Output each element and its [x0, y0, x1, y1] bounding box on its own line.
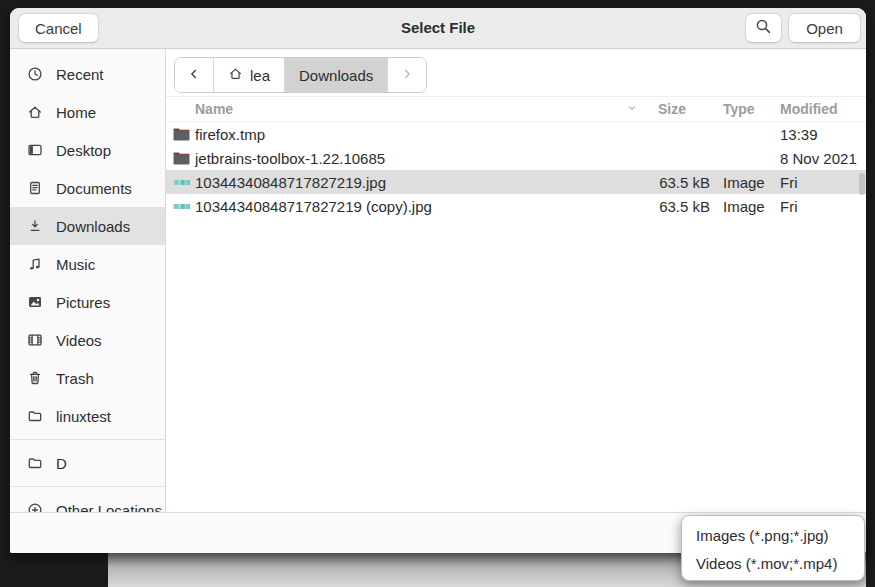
trash-icon	[27, 370, 43, 386]
desktop-icon	[27, 142, 43, 158]
pictures-icon	[27, 294, 43, 310]
sort-indicator-icon	[626, 101, 638, 117]
filter-option-images[interactable]: Images (*.png;*.jpg)	[682, 521, 864, 549]
home-icon	[27, 104, 43, 120]
sidebar-item-pictures[interactable]: Pictures	[10, 283, 165, 321]
other-locations-icon	[27, 502, 43, 512]
recent-icon	[27, 66, 43, 82]
pathbar-row: lea Downloads	[166, 49, 866, 97]
open-button[interactable]: Open	[788, 13, 861, 43]
file-name: 10344340848717827219.jpg	[195, 174, 646, 191]
breadcrumb-current[interactable]: Downloads	[285, 58, 388, 92]
sidebar-item-label: Downloads	[56, 218, 130, 235]
scrollbar-thumb[interactable]	[859, 173, 865, 195]
sidebar-item-linuxtest[interactable]: linuxtest	[10, 397, 165, 435]
file-name: firefox.tmp	[195, 126, 646, 143]
sidebar-item-downloads[interactable]: Downloads	[10, 207, 165, 245]
image-file-icon	[173, 204, 195, 209]
sidebar-item-label: Documents	[56, 180, 132, 197]
column-label: Name	[195, 101, 233, 117]
chevron-left-icon	[187, 67, 201, 84]
dialog-title: Select File	[130, 8, 746, 49]
sidebar-item-label: Pictures	[56, 294, 110, 311]
dialog-content: Recent Home Desktop Documents Downloads	[10, 49, 866, 512]
sidebar-item-other-locations[interactable]: Other Locations	[10, 491, 165, 512]
path-back-button[interactable]	[175, 58, 214, 92]
column-header-size[interactable]: Size	[646, 101, 710, 117]
sidebar-item-label: Trash	[56, 370, 94, 387]
home-icon	[228, 66, 243, 84]
sidebar-item-music[interactable]: Music	[10, 245, 165, 283]
folder-icon	[27, 408, 43, 424]
file-modified: Fri	[780, 198, 866, 215]
file-modified: 8 Nov 2021	[780, 150, 866, 167]
file-type: Image	[723, 174, 780, 191]
sidebar-item-label: D	[56, 455, 67, 472]
sidebar: Recent Home Desktop Documents Downloads	[10, 49, 166, 512]
path-forward-button[interactable]	[388, 58, 426, 92]
file-row-jpg-selected[interactable]: 10344340848717827219.jpg 63.5 kB Image F…	[166, 170, 866, 194]
downloads-icon	[27, 218, 43, 234]
sidebar-item-label: Recent	[56, 66, 104, 83]
file-area: lea Downloads Name Size Ty	[166, 49, 866, 512]
sidebar-item-documents[interactable]: Documents	[10, 169, 165, 207]
list-header: Name Size Type Modified	[166, 97, 866, 122]
sidebar-item-recent[interactable]: Recent	[10, 55, 165, 93]
sidebar-item-label: Home	[56, 104, 96, 121]
cancel-button[interactable]: Cancel	[18, 13, 99, 43]
breadcrumb: lea Downloads	[174, 57, 427, 93]
sidebar-item-label: Other Locations	[56, 502, 162, 513]
column-header-modified[interactable]: Modified	[780, 101, 866, 117]
sidebar-item-videos[interactable]: Videos	[10, 321, 165, 359]
folder-icon	[173, 127, 195, 141]
documents-icon	[27, 180, 43, 196]
file-size: 63.5 kB	[646, 174, 710, 191]
sidebar-item-label: linuxtest	[56, 408, 111, 425]
file-row-jetbrains-toolbox[interactable]: jetbrains-toolbox-1.22.10685 8 Nov 2021	[166, 146, 866, 170]
dialog-headerbar: Cancel Select File Open	[10, 8, 866, 49]
sidebar-item-label: Music	[56, 256, 95, 273]
screen: Cancel Select File Open Recent	[0, 0, 875, 587]
filter-option-videos[interactable]: Videos (*.mov;*.mp4)	[682, 549, 864, 577]
sidebar-item-label: Desktop	[56, 142, 111, 159]
sidebar-item-desktop[interactable]: Desktop	[10, 131, 165, 169]
file-name: jetbrains-toolbox-1.22.10685	[195, 150, 646, 167]
file-row-jpg-copy[interactable]: 10344340848717827219 (copy).jpg 63.5 kB …	[166, 194, 866, 218]
sidebar-item-trash[interactable]: Trash	[10, 359, 165, 397]
breadcrumb-home[interactable]: lea	[214, 58, 285, 92]
sidebar-item-label: Videos	[56, 332, 102, 349]
file-type: Image	[723, 198, 780, 215]
breadcrumb-home-label: lea	[250, 67, 270, 84]
chevron-right-icon	[400, 67, 414, 84]
file-rows: firefox.tmp 13:39 jetbrains-toolbox-1.22…	[166, 122, 866, 218]
file-chooser-dialog: Cancel Select File Open Recent	[10, 8, 866, 553]
file-filter-popup: Images (*.png;*.jpg) Videos (*.mov;*.mp4…	[681, 515, 865, 581]
file-name: 10344340848717827219 (copy).jpg	[195, 198, 646, 215]
sidebar-separator	[10, 486, 165, 487]
file-modified: Fri	[780, 174, 866, 191]
folder-icon	[173, 151, 195, 165]
file-row-firefox-tmp[interactable]: firefox.tmp 13:39	[166, 122, 866, 146]
folder-icon	[27, 455, 43, 471]
file-size: 63.5 kB	[646, 198, 710, 215]
sidebar-separator	[10, 439, 165, 440]
column-header-type[interactable]: Type	[723, 101, 780, 117]
music-icon	[27, 256, 43, 272]
sidebar-item-d[interactable]: D	[10, 444, 165, 482]
videos-icon	[27, 332, 43, 348]
search-button[interactable]	[745, 13, 782, 43]
column-header-name[interactable]: Name	[195, 101, 646, 117]
sidebar-item-home[interactable]: Home	[10, 93, 165, 131]
search-icon	[755, 18, 772, 38]
file-modified: 13:39	[780, 126, 866, 143]
image-file-icon	[173, 180, 195, 185]
